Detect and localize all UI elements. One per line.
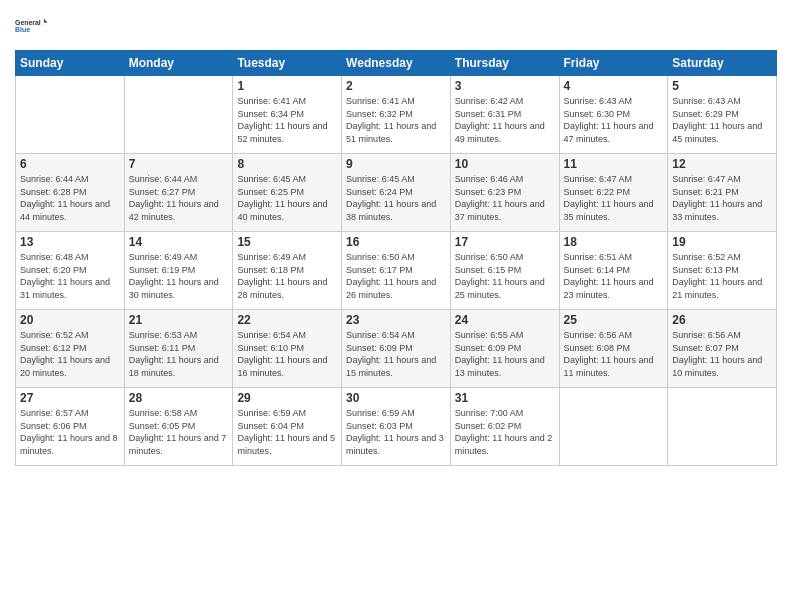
day-info: Sunrise: 6:50 AMSunset: 6:17 PMDaylight:…	[346, 252, 436, 300]
day-number: 21	[129, 313, 229, 327]
day-number: 26	[672, 313, 772, 327]
day-info: Sunrise: 6:59 AMSunset: 6:04 PMDaylight:…	[237, 408, 335, 456]
day-info: Sunrise: 6:56 AMSunset: 6:08 PMDaylight:…	[564, 330, 654, 378]
day-info: Sunrise: 6:53 AMSunset: 6:11 PMDaylight:…	[129, 330, 219, 378]
day-number: 11	[564, 157, 664, 171]
day-info: Sunrise: 6:49 AMSunset: 6:19 PMDaylight:…	[129, 252, 219, 300]
calendar-cell: 21 Sunrise: 6:53 AMSunset: 6:11 PMDaylig…	[124, 310, 233, 388]
day-number: 5	[672, 79, 772, 93]
calendar-cell	[16, 76, 125, 154]
day-info: Sunrise: 6:59 AMSunset: 6:03 PMDaylight:…	[346, 408, 444, 456]
calendar-cell: 5 Sunrise: 6:43 AMSunset: 6:29 PMDayligh…	[668, 76, 777, 154]
day-number: 3	[455, 79, 555, 93]
logo: General Blue	[15, 10, 47, 42]
logo-svg: General Blue	[15, 10, 47, 42]
day-number: 4	[564, 79, 664, 93]
calendar-cell: 13 Sunrise: 6:48 AMSunset: 6:20 PMDaylig…	[16, 232, 125, 310]
calendar-cell: 20 Sunrise: 6:52 AMSunset: 6:12 PMDaylig…	[16, 310, 125, 388]
day-number: 2	[346, 79, 446, 93]
day-info: Sunrise: 6:43 AMSunset: 6:29 PMDaylight:…	[672, 96, 762, 144]
day-info: Sunrise: 6:46 AMSunset: 6:23 PMDaylight:…	[455, 174, 545, 222]
weekday-header-saturday: Saturday	[668, 51, 777, 76]
calendar-cell: 4 Sunrise: 6:43 AMSunset: 6:30 PMDayligh…	[559, 76, 668, 154]
calendar-cell: 25 Sunrise: 6:56 AMSunset: 6:08 PMDaylig…	[559, 310, 668, 388]
day-info: Sunrise: 6:47 AMSunset: 6:22 PMDaylight:…	[564, 174, 654, 222]
day-info: Sunrise: 6:43 AMSunset: 6:30 PMDaylight:…	[564, 96, 654, 144]
day-info: Sunrise: 6:54 AMSunset: 6:09 PMDaylight:…	[346, 330, 436, 378]
day-info: Sunrise: 6:52 AMSunset: 6:13 PMDaylight:…	[672, 252, 762, 300]
calendar-cell: 31 Sunrise: 7:00 AMSunset: 6:02 PMDaylig…	[450, 388, 559, 466]
day-number: 15	[237, 235, 337, 249]
weekday-header-thursday: Thursday	[450, 51, 559, 76]
day-info: Sunrise: 6:47 AMSunset: 6:21 PMDaylight:…	[672, 174, 762, 222]
calendar-cell: 19 Sunrise: 6:52 AMSunset: 6:13 PMDaylig…	[668, 232, 777, 310]
day-number: 7	[129, 157, 229, 171]
day-number: 27	[20, 391, 120, 405]
day-number: 30	[346, 391, 446, 405]
calendar-cell	[559, 388, 668, 466]
day-info: Sunrise: 6:51 AMSunset: 6:14 PMDaylight:…	[564, 252, 654, 300]
calendar-cell: 8 Sunrise: 6:45 AMSunset: 6:25 PMDayligh…	[233, 154, 342, 232]
day-info: Sunrise: 6:50 AMSunset: 6:15 PMDaylight:…	[455, 252, 545, 300]
calendar-cell: 6 Sunrise: 6:44 AMSunset: 6:28 PMDayligh…	[16, 154, 125, 232]
day-number: 29	[237, 391, 337, 405]
calendar: SundayMondayTuesdayWednesdayThursdayFrid…	[15, 50, 777, 466]
calendar-cell: 7 Sunrise: 6:44 AMSunset: 6:27 PMDayligh…	[124, 154, 233, 232]
calendar-cell: 14 Sunrise: 6:49 AMSunset: 6:19 PMDaylig…	[124, 232, 233, 310]
calendar-cell: 17 Sunrise: 6:50 AMSunset: 6:15 PMDaylig…	[450, 232, 559, 310]
calendar-cell: 26 Sunrise: 6:56 AMSunset: 6:07 PMDaylig…	[668, 310, 777, 388]
day-info: Sunrise: 6:52 AMSunset: 6:12 PMDaylight:…	[20, 330, 110, 378]
calendar-cell: 29 Sunrise: 6:59 AMSunset: 6:04 PMDaylig…	[233, 388, 342, 466]
day-info: Sunrise: 6:45 AMSunset: 6:24 PMDaylight:…	[346, 174, 436, 222]
day-number: 19	[672, 235, 772, 249]
weekday-header-sunday: Sunday	[16, 51, 125, 76]
day-info: Sunrise: 6:44 AMSunset: 6:28 PMDaylight:…	[20, 174, 110, 222]
day-info: Sunrise: 6:49 AMSunset: 6:18 PMDaylight:…	[237, 252, 327, 300]
day-number: 16	[346, 235, 446, 249]
day-info: Sunrise: 6:41 AMSunset: 6:34 PMDaylight:…	[237, 96, 327, 144]
day-number: 18	[564, 235, 664, 249]
day-number: 8	[237, 157, 337, 171]
day-number: 17	[455, 235, 555, 249]
weekday-header-friday: Friday	[559, 51, 668, 76]
calendar-cell	[124, 76, 233, 154]
day-info: Sunrise: 6:54 AMSunset: 6:10 PMDaylight:…	[237, 330, 327, 378]
calendar-cell: 9 Sunrise: 6:45 AMSunset: 6:24 PMDayligh…	[342, 154, 451, 232]
day-number: 13	[20, 235, 120, 249]
calendar-cell: 16 Sunrise: 6:50 AMSunset: 6:17 PMDaylig…	[342, 232, 451, 310]
weekday-header-monday: Monday	[124, 51, 233, 76]
calendar-cell: 22 Sunrise: 6:54 AMSunset: 6:10 PMDaylig…	[233, 310, 342, 388]
day-info: Sunrise: 7:00 AMSunset: 6:02 PMDaylight:…	[455, 408, 553, 456]
weekday-header-tuesday: Tuesday	[233, 51, 342, 76]
calendar-cell: 12 Sunrise: 6:47 AMSunset: 6:21 PMDaylig…	[668, 154, 777, 232]
day-info: Sunrise: 6:57 AMSunset: 6:06 PMDaylight:…	[20, 408, 118, 456]
day-number: 1	[237, 79, 337, 93]
calendar-cell	[668, 388, 777, 466]
day-info: Sunrise: 6:55 AMSunset: 6:09 PMDaylight:…	[455, 330, 545, 378]
weekday-header-wednesday: Wednesday	[342, 51, 451, 76]
day-number: 22	[237, 313, 337, 327]
day-info: Sunrise: 6:42 AMSunset: 6:31 PMDaylight:…	[455, 96, 545, 144]
calendar-cell: 3 Sunrise: 6:42 AMSunset: 6:31 PMDayligh…	[450, 76, 559, 154]
calendar-cell: 15 Sunrise: 6:49 AMSunset: 6:18 PMDaylig…	[233, 232, 342, 310]
calendar-cell: 23 Sunrise: 6:54 AMSunset: 6:09 PMDaylig…	[342, 310, 451, 388]
svg-marker-2	[44, 19, 47, 23]
calendar-cell: 27 Sunrise: 6:57 AMSunset: 6:06 PMDaylig…	[16, 388, 125, 466]
day-number: 20	[20, 313, 120, 327]
calendar-cell: 18 Sunrise: 6:51 AMSunset: 6:14 PMDaylig…	[559, 232, 668, 310]
calendar-cell: 1 Sunrise: 6:41 AMSunset: 6:34 PMDayligh…	[233, 76, 342, 154]
calendar-cell: 24 Sunrise: 6:55 AMSunset: 6:09 PMDaylig…	[450, 310, 559, 388]
day-info: Sunrise: 6:44 AMSunset: 6:27 PMDaylight:…	[129, 174, 219, 222]
svg-text:General: General	[15, 19, 41, 26]
day-info: Sunrise: 6:41 AMSunset: 6:32 PMDaylight:…	[346, 96, 436, 144]
day-number: 28	[129, 391, 229, 405]
svg-text:Blue: Blue	[15, 26, 30, 33]
day-number: 31	[455, 391, 555, 405]
calendar-cell: 10 Sunrise: 6:46 AMSunset: 6:23 PMDaylig…	[450, 154, 559, 232]
day-number: 12	[672, 157, 772, 171]
day-info: Sunrise: 6:45 AMSunset: 6:25 PMDaylight:…	[237, 174, 327, 222]
day-number: 14	[129, 235, 229, 249]
calendar-cell: 28 Sunrise: 6:58 AMSunset: 6:05 PMDaylig…	[124, 388, 233, 466]
day-number: 10	[455, 157, 555, 171]
day-number: 25	[564, 313, 664, 327]
